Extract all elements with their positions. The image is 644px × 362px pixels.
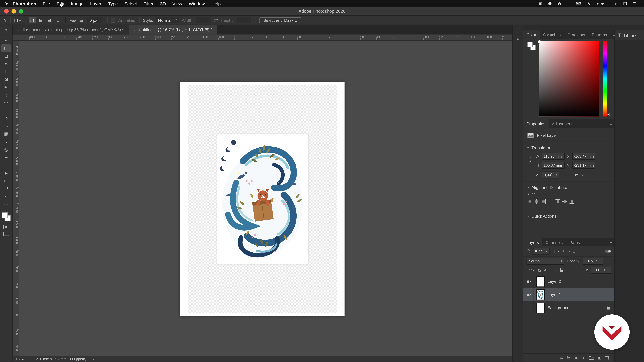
menu-item[interactable]: File xyxy=(40,1,53,6)
menu-item[interactable]: Window xyxy=(186,1,208,6)
tab-paths[interactable]: Paths xyxy=(566,238,583,246)
tab-libraries[interactable]: Libraries xyxy=(615,30,644,40)
layer-visibility-toggle[interactable] xyxy=(523,275,534,288)
tab-adjustments[interactable]: Adjustments xyxy=(548,119,578,128)
eraser-tool[interactable]: ▱ xyxy=(1,122,11,130)
pen-tool[interactable]: ✒ xyxy=(1,153,11,161)
guide-horizontal-bottom[interactable] xyxy=(19,308,512,308)
layer-row[interactable]: Background xyxy=(523,301,614,314)
swap-width-height-button[interactable]: ⇄ xyxy=(214,17,218,23)
document-size-info[interactable]: 210 mm x 297 mm (300 ppcm) xyxy=(36,357,86,361)
menu-bar-username[interactable]: dmstk xyxy=(594,1,612,6)
zoom-window-button[interactable] xyxy=(19,9,24,13)
airplay-icon[interactable]: ⍐ xyxy=(564,1,573,6)
rotation-angle-select[interactable]: 0,00° ▾ xyxy=(542,171,559,178)
guide-vertical-right[interactable] xyxy=(338,40,338,356)
lock-all-icon[interactable] xyxy=(559,268,563,273)
align-left-button[interactable] xyxy=(527,199,532,204)
close-tab-icon[interactable]: × xyxy=(133,27,136,32)
shape-layer-filter-icon[interactable]: ▱ xyxy=(567,249,570,253)
camera-icon[interactable]: ◉ xyxy=(545,1,554,6)
type-tool[interactable]: T xyxy=(1,161,11,169)
quick-mask-icon[interactable] xyxy=(3,225,9,229)
menu-item[interactable]: Help xyxy=(208,1,224,6)
eyedropper-tool[interactable]: ✑ xyxy=(1,83,11,91)
gradient-tool[interactable]: ▨ xyxy=(1,130,11,138)
display-icon[interactable]: ▣ xyxy=(536,1,545,6)
new-group-button[interactable] xyxy=(589,356,594,360)
guide-horizontal-top[interactable] xyxy=(19,89,512,89)
transform-x-input[interactable]: -163,47 mm xyxy=(572,153,595,160)
spotlight-icon[interactable]: ⌕ xyxy=(612,1,620,6)
tool-preset-picker[interactable]: ▢ ▾ xyxy=(14,17,21,23)
status-options-chevron[interactable]: › xyxy=(93,357,94,361)
style-select[interactable]: Normal▾ xyxy=(156,17,179,23)
delete-layer-button[interactable] xyxy=(605,356,610,360)
close-window-button[interactable] xyxy=(4,9,8,13)
app-menu-photoshop[interactable]: Photoshop xyxy=(12,1,36,6)
toolbar-expand-button[interactable]: » xyxy=(0,25,13,34)
align-middle-vertical-button[interactable] xyxy=(562,199,567,204)
notification-center-icon[interactable]: ≣ xyxy=(630,1,639,6)
antialias-checkbox[interactable] xyxy=(111,18,116,22)
blend-mode-select[interactable]: Normal ▾ xyxy=(526,258,564,265)
tab-layers[interactable]: Layers xyxy=(523,238,542,246)
intersect-selection-mode[interactable]: ⊠ xyxy=(54,17,62,23)
wifi-icon[interactable]: ≋ xyxy=(584,1,594,6)
keyboard-icon[interactable]: ⌨ xyxy=(573,1,584,6)
tab-color[interactable]: Color xyxy=(523,30,540,38)
document-tab-inactive[interactable]: × Ilustración_sin_titulo.psd @ 33,3% (La… xyxy=(13,25,129,34)
width-input[interactable] xyxy=(196,17,211,23)
lock-artboard-icon[interactable]: ⊡ xyxy=(554,268,557,272)
guide-vertical-left[interactable] xyxy=(187,40,187,356)
menu-item[interactable]: Filter xyxy=(140,1,157,6)
zoom-tool[interactable]: ⌕ xyxy=(1,193,11,200)
link-dimensions-icon[interactable] xyxy=(528,157,532,164)
collapse-panels-button[interactable]: « xyxy=(517,36,519,40)
paw-icon[interactable]: ⁂ xyxy=(554,1,564,6)
layer-effects-button[interactable]: fx xyxy=(567,356,570,360)
edit-toolbar-button[interactable]: ⋯ xyxy=(1,200,11,208)
layer-filter-toggle[interactable] xyxy=(605,250,611,253)
screen-mode-icon[interactable] xyxy=(3,232,9,236)
crop-tool[interactable]: ⌗ xyxy=(1,68,11,76)
saturation-brightness-field[interactable] xyxy=(539,41,599,117)
add-to-selection-mode[interactable]: ⊞ xyxy=(37,17,44,23)
layer-thumbnail[interactable] xyxy=(536,302,544,313)
menu-item[interactable]: 3D xyxy=(157,1,169,6)
object-selection-tool[interactable]: ∗ xyxy=(1,60,11,68)
lock-transparent-pixels-icon[interactable]: ▨ xyxy=(538,268,541,272)
layer-name[interactable]: Layer 2 xyxy=(548,279,561,284)
select-and-mask-button[interactable]: Select and Mask... xyxy=(259,17,301,23)
panel-menu-icon[interactable]: ≡ xyxy=(607,119,614,128)
menu-item[interactable]: Select xyxy=(121,1,140,6)
minimize-window-button[interactable] xyxy=(12,9,16,13)
foreground-color-swatch[interactable] xyxy=(527,42,533,47)
layer-row[interactable]: Layer 2 xyxy=(523,275,614,288)
tab-swatches[interactable]: Swatches xyxy=(540,30,564,38)
opacity-input[interactable]: 100% ▾ xyxy=(583,258,603,265)
path-selection-tool[interactable]: ► xyxy=(1,169,11,177)
align-center-horizontal-button[interactable] xyxy=(534,199,539,204)
foreground-color-swatch[interactable] xyxy=(2,212,8,218)
panel-menu-icon[interactable]: ≡ xyxy=(607,238,614,246)
spot-healing-brush-tool[interactable]: ⊹ xyxy=(1,91,11,99)
layer-row-selected[interactable]: Layer 1 xyxy=(523,288,614,301)
rectangular-marquee-tool[interactable]: ▢ xyxy=(1,44,11,52)
tab-channels[interactable]: Channels xyxy=(542,238,566,246)
document-tab-active[interactable]: × Untitled-1 @ 16,7% (Layer 1, CMYK/8) * xyxy=(129,25,217,34)
align-top-button[interactable] xyxy=(555,199,560,204)
add-layer-mask-button[interactable] xyxy=(574,356,579,360)
ruler-origin-corner[interactable] xyxy=(13,34,19,41)
align-section-header[interactable]: ▾ Align and Distribute xyxy=(527,183,610,191)
control-center-icon[interactable]: ◫ xyxy=(620,1,630,6)
link-layers-button[interactable]: ∞ xyxy=(560,356,563,360)
type-layer-filter-icon[interactable]: T xyxy=(562,249,565,253)
hand-tool[interactable]: Ψ xyxy=(1,185,11,193)
color-panel-swatches[interactable] xyxy=(527,42,536,50)
new-adjustment-layer-button[interactable]: ◐ xyxy=(582,356,585,360)
flip-horizontal-button[interactable]: ⇄ xyxy=(575,173,578,177)
quick-actions-section-header[interactable]: ▾ Quick Actions xyxy=(527,212,610,220)
height-input[interactable] xyxy=(237,17,252,23)
layer-visibility-toggle[interactable] xyxy=(523,301,534,314)
